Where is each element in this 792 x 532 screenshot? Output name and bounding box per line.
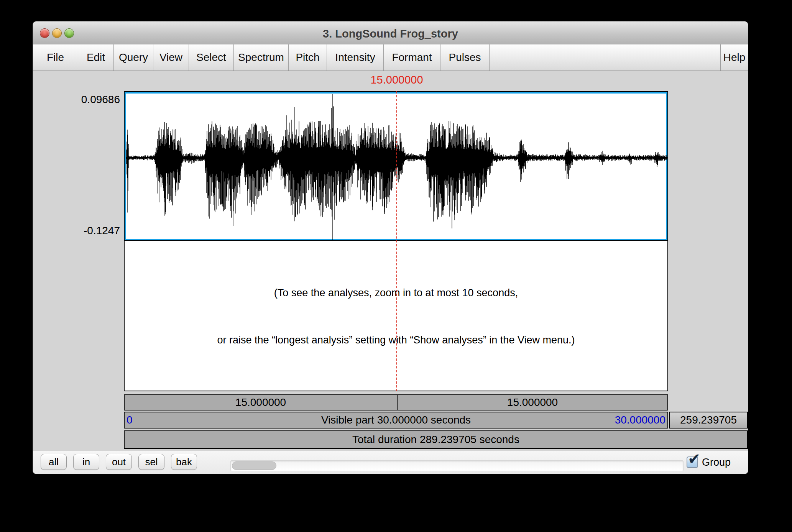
visible-start-time: 0 [127,414,133,426]
menu-formant[interactable]: Formant [384,44,440,71]
analysis-hint-line1: (To see the analyses, zoom in to at most… [125,287,667,299]
menu-pulses[interactable]: Pulses [440,44,490,71]
waveform-panel[interactable] [124,91,668,241]
total-duration-bar[interactable]: Total duration 289.239705 seconds [124,430,748,449]
menu-spacer [490,44,720,71]
screen-background: { "window": { "title": "3. LongSound Fro… [0,0,792,532]
menu-pitch[interactable]: Pitch [289,44,327,71]
menu-intensity[interactable]: Intensity [327,44,384,71]
zoom-in-button[interactable]: in [73,454,99,470]
menu-help[interactable]: Help [720,44,748,71]
zoom-sel-button[interactable]: sel [138,454,164,470]
group-control: ✔ Group [687,451,731,474]
group-checkbox[interactable]: ✔ [687,456,698,468]
menu-bar: File Edit Query View Select Spectrum Pit… [33,44,748,71]
visible-end-time: 30.000000 [615,414,665,426]
visible-part-label: Visible part 30.000000 seconds [321,414,471,426]
remaining-duration-bar[interactable]: 259.239705 [669,412,748,429]
menu-view[interactable]: View [153,44,189,71]
bottom-control-bar: all in out sel bak ✔ Group [33,451,748,474]
menu-query[interactable]: Query [114,44,153,71]
selection-left-bar[interactable]: 15.000000 [124,394,398,410]
cursor-line [396,91,397,391]
group-checkbox-label: Group [702,456,731,468]
checkmark-icon: ✔ [688,451,701,466]
menu-spectrum[interactable]: Spectrum [234,44,289,71]
cursor-time-label: 15.000000 [358,74,435,86]
longsound-editor-window: 3. LongSound Frog_story File Edit Query … [33,21,748,474]
editor-content: 15.000000 0.09686 -0.1247 (To see the an… [33,71,748,451]
analysis-panel[interactable]: (To see the analyses, zoom in to at most… [124,241,668,391]
menu-file[interactable]: File [33,44,78,71]
zoom-out-button[interactable]: out [106,454,132,470]
menu-edit[interactable]: Edit [78,44,114,71]
zoom-back-button[interactable]: bak [171,454,197,470]
amplitude-max-label: 0.09686 [51,94,120,106]
menu-select[interactable]: Select [189,44,234,71]
amplitude-min-label: -0.1247 [51,225,120,237]
analysis-hint-line2: or raise the “longest analysis” setting … [125,334,667,346]
zoom-all-button[interactable]: all [41,454,67,470]
scrollbar-thumb[interactable] [232,461,276,470]
horizontal-scrollbar[interactable] [230,460,684,471]
window-title: 3. LongSound Frog_story [33,21,748,44]
visible-part-bar[interactable]: 0 Visible part 30.000000 seconds 30.0000… [124,412,668,429]
title-bar[interactable]: 3. LongSound Frog_story [33,21,748,45]
selection-right-bar[interactable]: 15.000000 [397,394,668,410]
